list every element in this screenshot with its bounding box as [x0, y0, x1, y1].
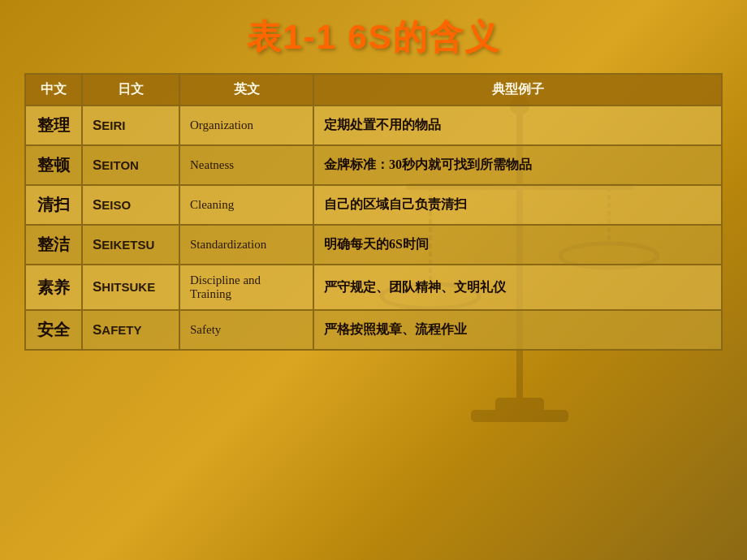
cell-chinese-0: 整理 — [25, 106, 82, 145]
table-row: 整顿SEITONNeatness金牌标准：30秒内就可找到所需物品 — [25, 145, 722, 185]
emphasis-6s: 6S — [389, 237, 403, 251]
svg-rect-8 — [471, 410, 568, 422]
cell-chinese-3: 整洁 — [25, 225, 82, 265]
japanese-bold-letter: S — [93, 237, 101, 252]
cell-english-1: Neatness — [179, 145, 313, 185]
cell-example-5: 严格按照规章、流程作业 — [313, 310, 722, 350]
table-row: 整理SEIRIOrganization定期处置不用的物品 — [25, 106, 722, 145]
svg-rect-7 — [495, 398, 544, 414]
cell-chinese-2: 清扫 — [25, 185, 82, 225]
col-header-japanese: 日文 — [82, 74, 179, 106]
cell-english-0: Organization — [179, 106, 313, 145]
cell-example-1: 金牌标准：30秒内就可找到所需物品 — [313, 145, 722, 185]
cell-chinese-1: 整顿 — [25, 145, 82, 185]
cell-chinese-5: 安全 — [25, 310, 82, 350]
table-row: 整洁SEIKETSUStandardization明确每天的6S时间 — [25, 225, 722, 265]
cell-example-0: 定期处置不用的物品 — [313, 106, 722, 145]
col-header-chinese: 中文 — [25, 74, 82, 106]
table-row: 安全SAFETYSafety严格按照规章、流程作业 — [25, 310, 722, 350]
japanese-bold-letter: S — [93, 279, 101, 295]
col-header-example: 典型例子 — [313, 74, 722, 106]
cell-english-5: Safety — [179, 310, 313, 350]
cell-chinese-4: 素养 — [25, 265, 82, 310]
cell-english-4: Discipline and Training — [179, 265, 313, 310]
cell-english-3: Standardization — [179, 225, 313, 265]
title-suffix: 的含义 — [393, 18, 500, 56]
page-title: 表1-1 6S的含义 — [247, 15, 500, 60]
table-row: 素养SHITSUKEDiscipline and Training严守规定、团队… — [25, 265, 722, 310]
cell-japanese-0: SEIRI — [82, 106, 179, 145]
japanese-bold-letter: S — [93, 197, 101, 213]
cell-english-2: Cleaning — [179, 185, 313, 225]
japanese-bold-letter: S — [93, 157, 101, 173]
title-prefix: 表 — [247, 18, 283, 56]
cell-japanese-1: SEITON — [82, 145, 179, 185]
cell-example-4: 严守规定、团队精神、文明礼仪 — [313, 265, 722, 310]
cell-japanese-2: SEISO — [82, 185, 179, 225]
title-main: 1-1 6S — [283, 18, 393, 56]
cell-japanese-3: SEIKETSU — [82, 225, 179, 265]
cell-example-3: 明确每天的6S时间 — [313, 225, 722, 265]
cell-japanese-4: SHITSUKE — [82, 265, 179, 310]
col-header-english: 英文 — [179, 74, 313, 106]
cell-example-2: 自己的区域自己负责清扫 — [313, 185, 722, 225]
japanese-bold-letter: S — [93, 322, 101, 338]
japanese-bold-letter: S — [93, 118, 101, 133]
main-table: 中文 日文 英文 典型例子 整理SEIRIOrganization定期处置不用的… — [24, 73, 723, 351]
cell-japanese-5: SAFETY — [82, 310, 179, 350]
table-row: 清扫SEISOCleaning自己的区域自己负责清扫 — [25, 185, 722, 225]
emphasis-30: 30 — [389, 157, 402, 171]
